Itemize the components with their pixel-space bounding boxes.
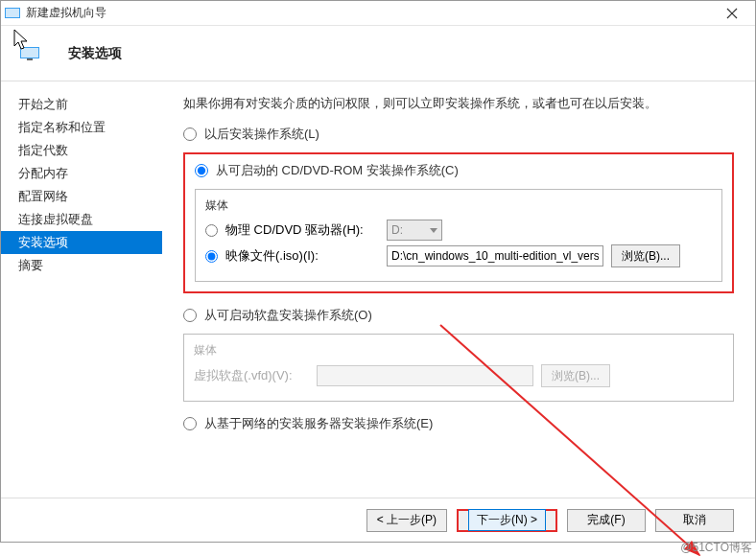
highlight-box-cd: 从可启动的 CD/DVD-ROM 安装操作系统(C) 媒体 物理 CD/DVD … [183, 152, 734, 293]
iso-path-input[interactable] [387, 245, 603, 266]
option-install-cd[interactable]: 从可启动的 CD/DVD-ROM 安装操作系统(C) [195, 162, 722, 179]
sidebar-item-install-options[interactable]: 安装选项 [1, 231, 162, 254]
prev-button[interactable]: < 上一步(P) [366, 509, 447, 532]
radio-iso-label: 映像文件(.iso)(I): [225, 247, 379, 265]
next-button[interactable]: 下一步(N) > [457, 509, 557, 532]
floppy-label: 虚拟软盘(.vfd)(V): [194, 367, 309, 384]
intro-text: 如果你拥有对安装介质的访问权限，则可以立即安装操作系统，或者也可在以后安装。 [183, 95, 734, 112]
cancel-button[interactable]: 取消 [655, 509, 734, 532]
page-title: 安装选项 [68, 45, 122, 62]
radio-network-label: 从基于网络的安装服务器安装操作系统(E) [204, 415, 433, 432]
wizard-header: 安装选项 [1, 26, 755, 81]
chevron-down-icon [430, 228, 437, 233]
watermark-text: @51CTO博客 [680, 540, 752, 556]
radio-physical-label: 物理 CD/DVD 驱动器(H): [225, 221, 379, 239]
sidebar: 开始之前 指定名称和位置 指定代数 分配内存 配置网络 连接虚拟硬盘 安装选项 … [1, 81, 162, 498]
titlebar: 新建虚拟机向导 [1, 1, 755, 26]
sidebar-item-generation[interactable]: 指定代数 [1, 139, 162, 162]
physical-drive-row: 物理 CD/DVD 驱动器(H): D: [205, 220, 712, 241]
radio-floppy-label: 从可启动软盘安装操作系统(O) [204, 307, 372, 324]
radio-later-label: 以后安装操作系统(L) [204, 126, 319, 143]
app-icon [5, 6, 20, 21]
physical-drive-value: D: [391, 223, 403, 237]
radio-physical[interactable] [205, 224, 218, 237]
sidebar-item-memory[interactable]: 分配内存 [1, 162, 162, 185]
radio-floppy[interactable] [183, 309, 197, 322]
browse-iso-button[interactable]: 浏览(B)... [611, 244, 680, 267]
floppy-legend: 媒体 [194, 342, 723, 359]
option-install-later[interactable]: 以后安装操作系统(L) [183, 126, 734, 143]
iso-row: 映像文件(.iso)(I): 浏览(B)... [205, 244, 712, 267]
main-pane: 如果你拥有对安装介质的访问权限，则可以立即安装操作系统，或者也可在以后安装。 以… [162, 81, 755, 498]
finish-button[interactable]: 完成(F) [567, 509, 646, 532]
floppy-path-input [317, 365, 533, 386]
media-fieldset: 媒体 物理 CD/DVD 驱动器(H): D: 映像文件(.iso)(I): [195, 189, 722, 282]
wizard-window: 新建虚拟机向导 安装选项 开始之前 指定名称和位置 指定代数 分配内存 配置网络… [0, 0, 756, 543]
sidebar-item-before-begin[interactable]: 开始之前 [1, 93, 162, 116]
radio-later[interactable] [183, 127, 197, 141]
sidebar-item-vhd[interactable]: 连接虚拟硬盘 [1, 208, 162, 231]
floppy-fieldset: 媒体 虚拟软盘(.vfd)(V): 浏览(B)... [183, 334, 734, 402]
close-button[interactable] [713, 3, 751, 24]
sidebar-item-network[interactable]: 配置网络 [1, 185, 162, 208]
radio-network[interactable] [183, 417, 197, 430]
wizard-footer: < 上一步(P) 下一步(N) > 完成(F) 取消 [1, 498, 755, 542]
sidebar-item-name-location[interactable]: 指定名称和位置 [1, 116, 162, 139]
next-button-label: 下一步(N) > [468, 509, 546, 531]
option-install-floppy[interactable]: 从可启动软盘安装操作系统(O) [183, 307, 734, 324]
browse-floppy-button: 浏览(B)... [541, 364, 610, 387]
wizard-body: 开始之前 指定名称和位置 指定代数 分配内存 配置网络 连接虚拟硬盘 安装选项 … [1, 81, 755, 498]
media-legend: 媒体 [205, 197, 712, 214]
svg-rect-5 [21, 48, 38, 58]
radio-cd-label: 从可启动的 CD/DVD-ROM 安装操作系统(C) [216, 162, 459, 179]
window-title: 新建虚拟机向导 [26, 5, 713, 21]
radio-iso[interactable] [205, 250, 218, 263]
physical-drive-combo[interactable]: D: [387, 220, 442, 241]
radio-cd[interactable] [195, 164, 208, 177]
svg-rect-1 [6, 9, 19, 17]
floppy-row: 虚拟软盘(.vfd)(V): 浏览(B)... [194, 364, 723, 387]
sidebar-item-summary[interactable]: 摘要 [1, 254, 162, 277]
monitor-icon [20, 46, 39, 61]
svg-rect-6 [27, 58, 33, 60]
option-install-network[interactable]: 从基于网络的安装服务器安装操作系统(E) [183, 415, 734, 432]
